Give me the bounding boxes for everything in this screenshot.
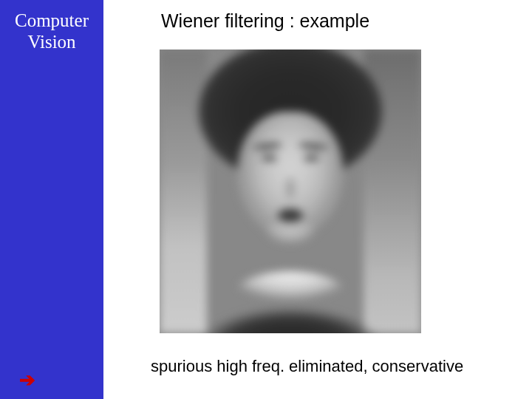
slide-title: Wiener filtering : example xyxy=(161,10,532,32)
sidebar: Computer Vision ➔ xyxy=(0,0,103,399)
portrait-graphic xyxy=(160,50,421,333)
next-arrow-icon: ➔ xyxy=(19,369,35,392)
slide-caption: spurious high freq. eliminated, conserva… xyxy=(151,357,532,376)
sidebar-title-line2: Vision xyxy=(0,32,103,53)
sidebar-title-line1: Computer xyxy=(0,10,103,32)
example-image xyxy=(160,50,421,333)
slide-body: Wiener filtering : example spurious high… xyxy=(103,0,532,399)
